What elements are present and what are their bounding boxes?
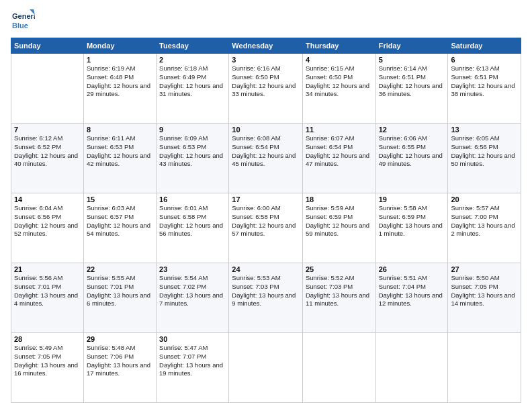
week-row-1: 1Sunrise: 6:19 AM Sunset: 6:48 PM Daylig… — [11, 54, 521, 124]
day-detail: Sunrise: 6:04 AM Sunset: 6:56 PM Dayligh… — [14, 204, 81, 238]
page: General Blue SundayMondayTuesdayWednesda… — [0, 0, 532, 411]
day-number: 9 — [159, 126, 226, 134]
day-number: 27 — [451, 265, 518, 273]
day-number: 8 — [87, 126, 153, 134]
col-header-thursday: Thursday — [302, 38, 375, 54]
day-detail: Sunrise: 6:07 AM Sunset: 6:54 PM Dayligh… — [306, 134, 373, 169]
calendar-cell: 28Sunrise: 5:49 AM Sunset: 7:05 PM Dayli… — [11, 333, 84, 403]
day-number: 4 — [306, 56, 373, 64]
calendar-cell — [11, 54, 84, 124]
day-number: 22 — [87, 265, 153, 273]
day-number: 29 — [87, 335, 153, 343]
day-number: 3 — [232, 56, 300, 64]
day-number: 24 — [232, 265, 300, 273]
day-detail: Sunrise: 6:14 AM Sunset: 6:51 PM Dayligh… — [379, 64, 445, 99]
calendar-cell: 3Sunrise: 6:16 AM Sunset: 6:50 PM Daylig… — [229, 54, 303, 124]
calendar-cell: 17Sunrise: 6:00 AM Sunset: 6:58 PM Dayli… — [229, 193, 303, 263]
day-number: 11 — [306, 126, 373, 134]
day-detail: Sunrise: 6:19 AM Sunset: 6:48 PM Dayligh… — [87, 64, 153, 99]
calendar-cell — [448, 333, 521, 403]
col-header-sunday: Sunday — [11, 38, 84, 54]
calendar-cell: 27Sunrise: 5:50 AM Sunset: 7:05 PM Dayli… — [448, 263, 521, 333]
day-detail: Sunrise: 5:56 AM Sunset: 7:01 PM Dayligh… — [14, 274, 81, 308]
day-detail: Sunrise: 6:09 AM Sunset: 6:53 PM Dayligh… — [159, 134, 226, 169]
day-detail: Sunrise: 5:48 AM Sunset: 7:06 PM Dayligh… — [87, 344, 153, 378]
calendar-cell: 7Sunrise: 6:12 AM Sunset: 6:52 PM Daylig… — [11, 124, 84, 193]
col-header-tuesday: Tuesday — [157, 38, 229, 54]
calendar-cell: 21Sunrise: 5:56 AM Sunset: 7:01 PM Dayli… — [11, 263, 84, 333]
day-number: 7 — [14, 126, 81, 134]
day-detail: Sunrise: 6:13 AM Sunset: 6:51 PM Dayligh… — [451, 64, 518, 99]
day-number: 16 — [159, 195, 226, 203]
calendar-cell: 1Sunrise: 6:19 AM Sunset: 6:48 PM Daylig… — [83, 54, 156, 124]
calendar-cell: 22Sunrise: 5:55 AM Sunset: 7:01 PM Dayli… — [83, 263, 156, 333]
day-number: 19 — [379, 195, 445, 203]
calendar-body: 1Sunrise: 6:19 AM Sunset: 6:48 PM Daylig… — [11, 54, 521, 403]
day-detail: Sunrise: 5:57 AM Sunset: 7:00 PM Dayligh… — [451, 204, 518, 238]
day-detail: Sunrise: 5:54 AM Sunset: 7:02 PM Dayligh… — [159, 274, 226, 308]
day-number: 20 — [451, 195, 518, 203]
day-detail: Sunrise: 6:12 AM Sunset: 6:52 PM Dayligh… — [14, 134, 81, 169]
day-detail: Sunrise: 5:58 AM Sunset: 6:59 PM Dayligh… — [379, 204, 445, 238]
calendar-cell: 20Sunrise: 5:57 AM Sunset: 7:00 PM Dayli… — [448, 193, 521, 263]
day-detail: Sunrise: 5:52 AM Sunset: 7:03 PM Dayligh… — [306, 274, 373, 308]
logo-svg: General Blue — [11, 8, 35, 32]
calendar-cell: 6Sunrise: 6:13 AM Sunset: 6:51 PM Daylig… — [448, 54, 521, 124]
day-detail: Sunrise: 6:11 AM Sunset: 6:53 PM Dayligh… — [87, 134, 153, 169]
day-detail: Sunrise: 6:18 AM Sunset: 6:49 PM Dayligh… — [159, 64, 226, 99]
day-detail: Sunrise: 5:53 AM Sunset: 7:03 PM Dayligh… — [232, 274, 300, 308]
day-number: 2 — [159, 56, 226, 64]
day-number: 18 — [306, 195, 373, 203]
day-detail: Sunrise: 5:47 AM Sunset: 7:07 PM Dayligh… — [159, 344, 226, 378]
calendar-cell: 29Sunrise: 5:48 AM Sunset: 7:06 PM Dayli… — [83, 333, 156, 403]
calendar-cell: 2Sunrise: 6:18 AM Sunset: 6:49 PM Daylig… — [157, 54, 229, 124]
day-number: 1 — [87, 56, 153, 64]
week-row-5: 28Sunrise: 5:49 AM Sunset: 7:05 PM Dayli… — [11, 333, 521, 403]
calendar-cell — [302, 333, 375, 403]
calendar-cell: 19Sunrise: 5:58 AM Sunset: 6:59 PM Dayli… — [375, 193, 448, 263]
day-number: 25 — [306, 265, 373, 273]
header-row: SundayMondayTuesdayWednesdayThursdayFrid… — [11, 38, 521, 54]
day-detail: Sunrise: 6:08 AM Sunset: 6:54 PM Dayligh… — [232, 134, 300, 169]
day-detail: Sunrise: 6:01 AM Sunset: 6:58 PM Dayligh… — [159, 204, 226, 238]
day-detail: Sunrise: 5:51 AM Sunset: 7:04 PM Dayligh… — [379, 274, 445, 308]
day-number: 17 — [232, 195, 300, 203]
week-row-3: 14Sunrise: 6:04 AM Sunset: 6:56 PM Dayli… — [11, 193, 521, 263]
day-detail: Sunrise: 6:16 AM Sunset: 6:50 PM Dayligh… — [232, 64, 300, 99]
day-number: 12 — [379, 126, 445, 134]
day-number: 23 — [159, 265, 226, 273]
day-detail: Sunrise: 6:03 AM Sunset: 6:57 PM Dayligh… — [87, 204, 153, 238]
calendar-cell: 15Sunrise: 6:03 AM Sunset: 6:57 PM Dayli… — [83, 193, 156, 263]
day-detail: Sunrise: 5:59 AM Sunset: 6:59 PM Dayligh… — [306, 204, 373, 238]
calendar-table: SundayMondayTuesdayWednesdayThursdayFrid… — [11, 38, 521, 403]
calendar-cell: 14Sunrise: 6:04 AM Sunset: 6:56 PM Dayli… — [11, 193, 84, 263]
day-number: 21 — [14, 265, 81, 273]
col-header-friday: Friday — [375, 38, 448, 54]
day-detail: Sunrise: 6:06 AM Sunset: 6:55 PM Dayligh… — [379, 134, 445, 169]
svg-text:General: General — [12, 12, 35, 20]
day-number: 15 — [87, 195, 153, 203]
calendar-cell: 13Sunrise: 6:05 AM Sunset: 6:56 PM Dayli… — [448, 124, 521, 193]
col-header-monday: Monday — [83, 38, 156, 54]
col-header-wednesday: Wednesday — [229, 38, 303, 54]
calendar-cell: 24Sunrise: 5:53 AM Sunset: 7:03 PM Dayli… — [229, 263, 303, 333]
calendar-cell: 4Sunrise: 6:15 AM Sunset: 6:50 PM Daylig… — [302, 54, 375, 124]
calendar-cell: 9Sunrise: 6:09 AM Sunset: 6:53 PM Daylig… — [157, 124, 229, 193]
calendar-cell: 16Sunrise: 6:01 AM Sunset: 6:58 PM Dayli… — [157, 193, 229, 263]
col-header-saturday: Saturday — [448, 38, 521, 54]
day-number: 26 — [379, 265, 445, 273]
calendar-cell: 26Sunrise: 5:51 AM Sunset: 7:04 PM Dayli… — [375, 263, 448, 333]
calendar-cell: 23Sunrise: 5:54 AM Sunset: 7:02 PM Dayli… — [157, 263, 229, 333]
calendar-header: SundayMondayTuesdayWednesdayThursdayFrid… — [11, 38, 521, 54]
day-detail: Sunrise: 6:05 AM Sunset: 6:56 PM Dayligh… — [451, 134, 518, 169]
day-detail: Sunrise: 6:15 AM Sunset: 6:50 PM Dayligh… — [306, 64, 373, 99]
calendar-cell: 8Sunrise: 6:11 AM Sunset: 6:53 PM Daylig… — [83, 124, 156, 193]
week-row-2: 7Sunrise: 6:12 AM Sunset: 6:52 PM Daylig… — [11, 124, 521, 193]
calendar-cell: 10Sunrise: 6:08 AM Sunset: 6:54 PM Dayli… — [229, 124, 303, 193]
calendar-cell: 30Sunrise: 5:47 AM Sunset: 7:07 PM Dayli… — [157, 333, 229, 403]
header: General Blue — [11, 8, 521, 32]
day-number: 10 — [232, 126, 300, 134]
day-detail: Sunrise: 5:55 AM Sunset: 7:01 PM Dayligh… — [87, 274, 153, 308]
calendar-cell: 5Sunrise: 6:14 AM Sunset: 6:51 PM Daylig… — [375, 54, 448, 124]
day-detail: Sunrise: 5:49 AM Sunset: 7:05 PM Dayligh… — [14, 344, 81, 378]
